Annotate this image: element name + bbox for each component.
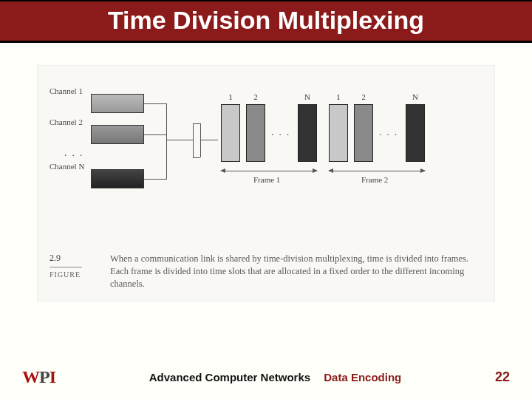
figure-word: FIGURE — [50, 270, 94, 279]
figure-number-block: 2.9 FIGURE — [50, 253, 94, 290]
slot-label-nb: N — [406, 92, 425, 101]
channel-1-bar — [91, 94, 144, 113]
mux-wire — [166, 140, 167, 180]
frame2-dots: . . . — [379, 126, 398, 138]
frame1-slot-n — [298, 104, 317, 162]
page-number: 22 — [495, 369, 510, 385]
mux-wire — [166, 103, 167, 140]
frame2-slot-1 — [329, 104, 348, 162]
title-bar: Time Division Multiplexing — [0, 0, 532, 43]
mux-box — [193, 157, 200, 158]
slot-label-2b: 2 — [354, 92, 373, 101]
mux-box — [193, 123, 200, 124]
topic-name: Data Encoding — [324, 371, 401, 383]
logo-w: W — [22, 367, 39, 386]
footer-center: Advanced Computer Networks Data Encoding — [55, 371, 495, 383]
mux-wire — [166, 140, 193, 140]
slot-label-n: N — [298, 92, 317, 101]
frame2-label: Frame 2 — [361, 175, 388, 184]
figure-rule — [50, 267, 82, 267]
logo-i: I — [50, 367, 55, 386]
footer: WPI Advanced Computer Networks Data Enco… — [0, 367, 532, 387]
frame2-slot-2 — [354, 104, 373, 162]
channel-2-label: Channel 2 — [50, 117, 83, 126]
mux-box-right — [200, 123, 201, 157]
course-name: Advanced Computer Networks — [149, 371, 310, 383]
mux-wire — [144, 134, 166, 135]
channel-dots: . . . — [64, 147, 83, 159]
mux-wire — [144, 103, 166, 104]
slot-label-2: 2 — [246, 92, 265, 101]
figure-caption: When a communication link is shared by t… — [110, 253, 482, 290]
figure-number: 2.9 — [50, 253, 94, 264]
figure-caption-row: 2.9 FIGURE When a communication link is … — [50, 253, 482, 290]
frame1-label: Frame 1 — [253, 175, 280, 184]
channel-2-bar — [91, 125, 144, 144]
frame2-slot-n — [406, 104, 425, 162]
tdm-diagram: Channel 1 Channel 2 . . . Channel N 1 2 … — [48, 79, 484, 212]
slot-label-1: 1 — [221, 92, 240, 101]
frame2-arrow — [329, 171, 425, 171]
logo-p: P — [39, 367, 50, 386]
channel-n-label: Channel N — [50, 162, 84, 171]
mux-box-left — [193, 123, 194, 157]
mux-wire — [144, 179, 166, 180]
wpi-logo: WPI — [22, 367, 55, 387]
frame1-slot-2 — [246, 104, 265, 162]
mux-out — [200, 140, 218, 140]
frame1-slot-1 — [221, 104, 240, 162]
channel-1-label: Channel 1 — [50, 86, 83, 95]
channel-n-bar — [91, 169, 144, 188]
slot-label-1b: 1 — [329, 92, 348, 101]
figure-area: Channel 1 Channel 2 . . . Channel N 1 2 … — [37, 65, 495, 301]
slide-title: Time Division Multiplexing — [0, 6, 532, 35]
frame1-arrow — [221, 171, 317, 171]
frame1-dots: . . . — [271, 126, 290, 138]
